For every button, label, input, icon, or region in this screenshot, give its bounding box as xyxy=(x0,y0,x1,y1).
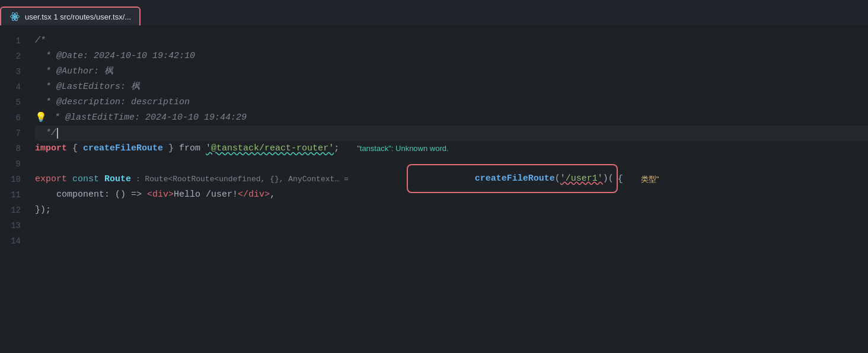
line8-fn: createFileRoute xyxy=(83,141,163,156)
line-num-6: 6 xyxy=(6,110,21,126)
tab-bar: user.tsx 1 src/routes/user.tsx/... xyxy=(0,0,868,26)
line4-text: * @LastEditors: 枫 xyxy=(35,79,140,95)
line5-text: * @description: description xyxy=(35,95,190,110)
code-line-3: * @Author: 枫 xyxy=(35,64,868,79)
line10-path: '/user1' xyxy=(560,174,603,184)
line10-type: : Route<RootRoute<undefined, {}, AnyCont… xyxy=(131,172,349,187)
line2-text: * @Date: 2024-10-10 19:42:10 xyxy=(35,49,195,64)
line-num-3: 3 xyxy=(6,64,21,79)
line10-fn-paren: ( xyxy=(555,174,560,184)
active-tab[interactable]: user.tsx 1 src/routes/user.tsx/... xyxy=(0,7,141,25)
line9-empty xyxy=(35,156,40,172)
line11-indent xyxy=(35,187,46,203)
line10-brace: { xyxy=(618,172,623,187)
bulb-icon: 💡 xyxy=(35,110,47,126)
svg-point-0 xyxy=(14,15,16,18)
line10-export: export xyxy=(35,172,72,187)
line-num-4: 4 xyxy=(6,79,21,95)
react-icon xyxy=(9,11,20,22)
line8-import: import xyxy=(35,141,72,156)
line10-route: Route xyxy=(104,172,131,187)
line6-text: * @lastEditTime: 2024-10-10 19:44:29 xyxy=(49,110,247,126)
line12-close: }); xyxy=(35,203,51,218)
line7-text: */ xyxy=(35,126,56,141)
editor-container: user.tsx 1 src/routes/user.tsx/... 1 2 3… xyxy=(0,0,868,353)
line-num-13: 13 xyxy=(6,218,21,233)
cursor xyxy=(57,128,58,139)
line13-empty xyxy=(35,218,40,233)
line-numbers: 1 2 3 4 5 6 7 8 9 10 11 12 13 14 xyxy=(0,26,33,353)
line11-tag-open: <div> xyxy=(147,187,174,203)
line8-from: from xyxy=(179,141,206,156)
code-line-4: * @LastEditors: 枫 xyxy=(35,79,868,95)
line-num-5: 5 xyxy=(6,95,21,110)
code-content[interactable]: /* * @Date: 2024-10-10 19:42:10 * @Autho… xyxy=(33,26,868,353)
line-num-14: 14 xyxy=(6,233,21,249)
line-num-9: 9 xyxy=(6,156,21,172)
code-line-13 xyxy=(35,218,868,233)
code-line-5: * @description: description xyxy=(35,95,868,110)
line-num-1: 1 xyxy=(6,33,21,49)
tab-label: user.tsx 1 src/routes/user.tsx/... xyxy=(25,12,131,21)
line1-text: /* xyxy=(35,33,46,49)
line-num-12: 12 xyxy=(6,203,21,218)
line10-type-error: 类型" xyxy=(641,172,659,187)
line10-close-paren: )( xyxy=(603,174,614,184)
line-num-8: 8 xyxy=(6,141,21,156)
line-num-2: 2 xyxy=(6,49,21,64)
code-line-11: component : () => <div> Hello /user! </d… xyxy=(35,187,868,203)
line8-brace-open: { xyxy=(72,141,83,156)
code-area: 1 2 3 4 5 6 7 8 9 10 11 12 13 14 /* * @D… xyxy=(0,26,868,353)
code-line-2: * @Date: 2024-10-10 19:42:10 xyxy=(35,49,868,64)
code-line-10: export const Route : Route<RootRoute<und… xyxy=(35,172,868,187)
line-num-11: 11 xyxy=(6,187,21,203)
line8-pkg: '@tanstack/react-router' xyxy=(206,141,334,156)
line10-const: const xyxy=(72,172,104,187)
line-num-10: 10 xyxy=(6,172,21,187)
line11-component-key: component xyxy=(46,187,104,203)
line11-comma: , xyxy=(270,187,275,203)
code-line-6: 💡 * @lastEditTime: 2024-10-10 19:44:29 xyxy=(35,110,868,126)
line10-create-fn: createFileRoute xyxy=(475,174,555,184)
line11-colon: : () => xyxy=(104,187,147,203)
line11-text-content: Hello /user! xyxy=(174,187,238,203)
line8-brace-close: } xyxy=(163,141,179,156)
code-line-1: /* xyxy=(35,33,868,49)
line-num-7: 7 xyxy=(6,126,21,141)
code-line-14 xyxy=(35,233,868,249)
code-line-7: */ xyxy=(35,126,868,141)
line14-empty xyxy=(35,233,40,249)
line3-text: * @Author: 枫 xyxy=(35,64,113,79)
code-line-12: }); xyxy=(35,203,868,218)
line8-semi: ; xyxy=(334,141,339,156)
line11-tag-close: </div> xyxy=(238,187,270,203)
